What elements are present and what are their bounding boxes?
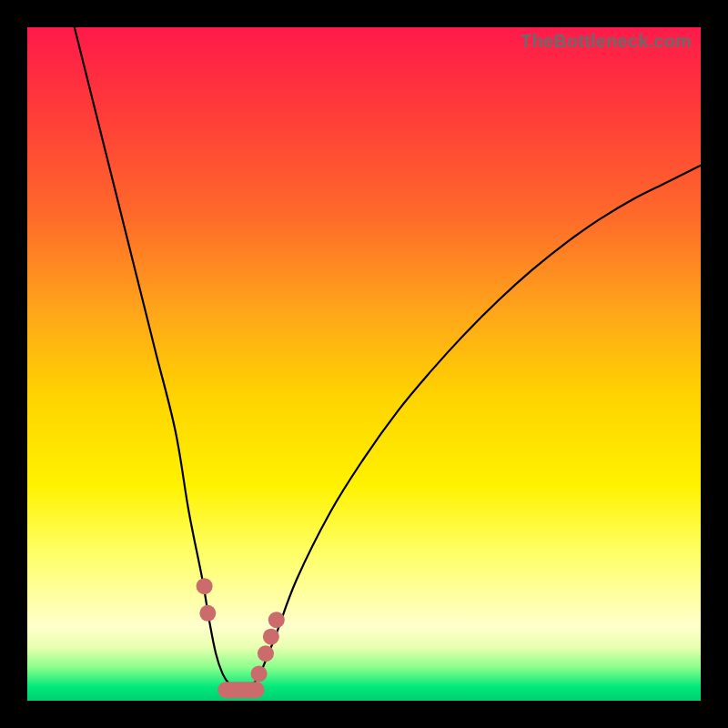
- highlight-dot: [199, 605, 216, 622]
- highlight-dot: [258, 645, 274, 662]
- chart-frame: TheBottleneck.com: [0, 0, 728, 728]
- highlight-dot: [263, 629, 279, 645]
- bottleneck-curve: [75, 27, 701, 688]
- highlight-dot: [251, 665, 268, 682]
- highlight-dot: [268, 612, 285, 628]
- plot-area: TheBottleneck.com: [27, 27, 701, 701]
- highlight-dots: [197, 578, 285, 682]
- highlight-dot: [197, 578, 213, 594]
- curve-layer: [27, 27, 701, 701]
- highlight-bar-rect: [217, 682, 264, 698]
- highlight-bar: [217, 682, 264, 698]
